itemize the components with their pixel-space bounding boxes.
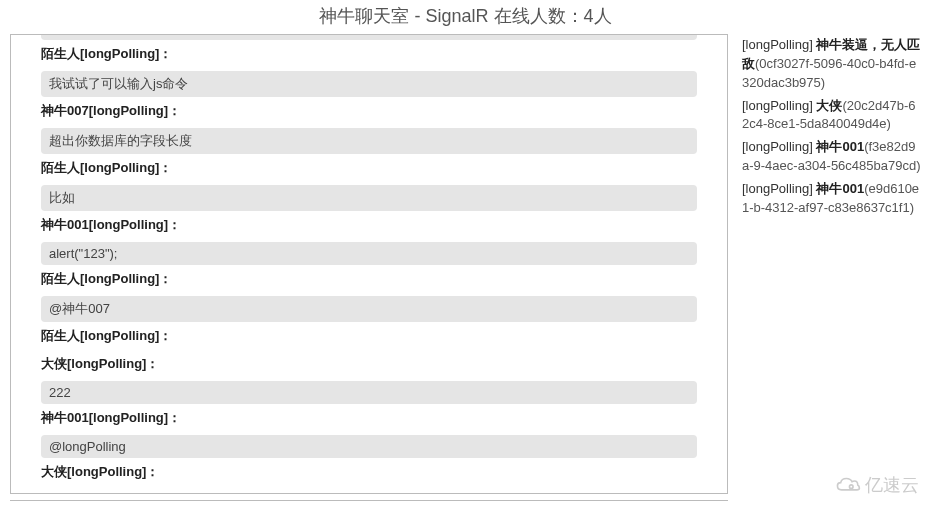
user-protocol: [longPolling] — [742, 139, 813, 154]
cloud-icon — [835, 475, 861, 495]
user-list-item[interactable]: [longPolling] 神牛001(e9d610e1-b-4312-af97… — [742, 180, 921, 218]
user-list-item[interactable]: [longPolling] 神牛001(f3e82d9a-9-4aec-a304… — [742, 138, 921, 176]
message-author: 陌生人[longPolling]： — [17, 157, 721, 179]
message-block: @longPolling 大侠[longPolling]： — [17, 435, 721, 483]
message-block: 比如 神牛001[longPolling]： — [17, 185, 721, 236]
message-text: @longPolling — [41, 435, 697, 458]
online-users-panel: [longPolling] 神牛装逼，无人匹敌(0cf3027f-5096-40… — [742, 34, 921, 494]
message-text: 怎么草除 — [41, 34, 697, 40]
watermark-text: 亿速云 — [865, 473, 919, 497]
message-text: 222 — [41, 381, 697, 404]
svg-point-0 — [849, 485, 853, 489]
message-block: 222 神牛001[longPolling]： — [17, 381, 721, 429]
message-text: 我试试了可以输入js命令 — [41, 71, 697, 97]
message-text: 超出你数据库的字段长度 — [41, 128, 697, 154]
user-id: (0cf3027f-5096-40c0-b4fd-e320dac3b975) — [742, 56, 916, 90]
message-block: 我试试了可以输入js命令 神牛007[longPolling]： — [17, 71, 721, 122]
user-protocol: [longPolling] — [742, 98, 813, 113]
user-list-item[interactable]: [longPolling] 大侠(20c2d47b-62c4-8ce1-5da8… — [742, 97, 921, 135]
message-block: alert("123"); 陌生人[longPolling]： — [17, 242, 721, 290]
message-author: 大侠[longPolling]： — [17, 461, 721, 483]
user-name: 大侠 — [816, 98, 842, 113]
user-protocol: [longPolling] — [742, 37, 813, 52]
message-text: 比如 — [41, 185, 697, 211]
input-box-top-border — [10, 500, 728, 504]
message-author: 神牛001[longPolling]： — [17, 214, 721, 236]
message-author: 陌生人[longPolling]： — [17, 43, 721, 65]
message-author: 陌生人[longPolling]： — [17, 268, 721, 290]
watermark: 亿速云 — [835, 473, 919, 497]
user-list-item[interactable]: [longPolling] 神牛装逼，无人匹敌(0cf3027f-5096-40… — [742, 36, 921, 93]
message-block: 超出你数据库的字段长度 陌生人[longPolling]： — [17, 128, 721, 179]
main-container: 怎么草除 陌生人[longPolling]： 我试试了可以输入js命令 神牛00… — [0, 34, 931, 494]
user-name: 神牛001 — [816, 181, 864, 196]
message-text: alert("123"); — [41, 242, 697, 265]
message-block: @神牛007 陌生人[longPolling]： — [17, 296, 721, 347]
message-author: 神牛001[longPolling]： — [17, 407, 721, 429]
message-text: @神牛007 — [41, 296, 697, 322]
message-block: 大侠[longPolling]： — [17, 353, 721, 375]
message-author: 神牛007[longPolling]： — [17, 100, 721, 122]
message-block: 怎么草除 陌生人[longPolling]： — [17, 34, 721, 65]
page-title: 神牛聊天室 - SignalR 在线人数：4人 — [0, 0, 931, 34]
user-protocol: [longPolling] — [742, 181, 813, 196]
user-name: 神牛001 — [816, 139, 864, 154]
message-author: 陌生人[longPolling]： — [17, 325, 721, 347]
message-author: 大侠[longPolling]： — [17, 353, 721, 375]
chat-message-panel[interactable]: 怎么草除 陌生人[longPolling]： 我试试了可以输入js命令 神牛00… — [10, 34, 728, 494]
